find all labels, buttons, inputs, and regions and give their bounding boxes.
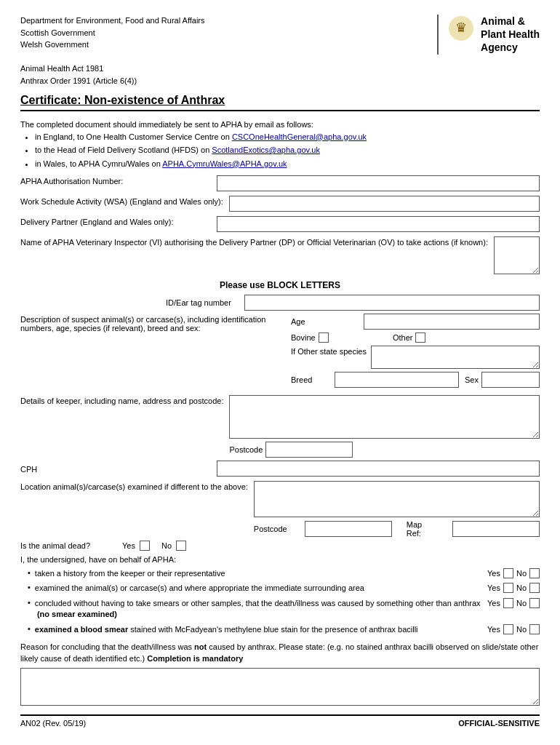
behalf-bullet-3-yn: Yes No [487,598,540,608]
bullet-sym-1: • [28,568,31,577]
sex-label: Sex [465,375,479,384]
email-link-england[interactable]: CSCOneHealthGeneral@apha.gov.uk [232,132,367,141]
dead-no-checkbox[interactable] [176,541,186,551]
other-label: Other [393,333,413,342]
intro-bullets: in England, to One Health Customer Servi… [35,131,540,170]
dead-yes-group: Yes [122,541,150,551]
behalf-bullet-2-yes-label: Yes [487,583,500,592]
age-input[interactable] [364,314,540,330]
agency-name: Animal & Plant Health Agency [481,15,540,55]
behalf-bullet-3-text: concluded without having to take smears … [35,598,487,621]
org-line3: Welsh Government [20,39,205,51]
keeper-postcode-input[interactable] [265,442,353,458]
page-header: Department for Environment, Food and Rur… [20,15,540,87]
bullet-sym-3: • [28,598,31,607]
breed-input[interactable] [335,372,459,388]
other-state-input[interactable] [371,346,540,369]
email-link-scotland[interactable]: ScotlandExotics@apha.gov.uk [212,146,320,154]
location-postcode-input[interactable] [305,521,392,537]
map-ref-label: Map Ref: [407,520,438,538]
age-label: Age [291,317,364,326]
vi-row: Name of APHA Veterinary Inspector (VI) a… [20,236,540,274]
other-checkbox[interactable] [415,332,425,343]
title-section: Certificate: Non-existence of Anthrax [20,94,540,111]
behalf-bullet-3-yes-checkbox[interactable] [503,598,513,608]
behalf-bullet-2-no-checkbox[interactable] [529,583,540,593]
location-postcode-mapref-row: Postcode Map Ref: [254,520,540,538]
delivery-partner-input[interactable] [217,216,540,232]
reason-text-1: Reason for concluding that the death/ill… [20,642,194,651]
location-textarea[interactable] [254,481,540,517]
footer-classification: OFFICIAL-SENSITIVE [458,719,540,728]
svg-text:♛: ♛ [455,20,467,35]
map-ref-input[interactable] [452,521,540,537]
if-other-label: If Other state species [291,346,371,356]
org-line1: Department for Environment, Food and Rur… [20,15,205,27]
behalf-bullet-3: • concluded without having to take smear… [20,598,540,621]
behalf-bullet-2: • examined the animal(s) or carcase(s) a… [20,583,540,594]
behalf-bullet-1-no-label: No [516,569,527,578]
reason-textarea[interactable] [20,668,540,706]
cph-label: CPH [20,463,217,474]
intro-lead: The completed document should immediatel… [20,120,313,129]
bullet-sym-2: • [28,583,31,591]
other-group: Other [393,332,426,343]
id-ear-input[interactable] [244,295,540,311]
species-row: Bovine Other [291,332,540,343]
behalf-bullet-2-yn: Yes No [487,583,540,593]
behalf-bullet-4-no-label: No [516,625,527,634]
footer-ref: AN02 (Rev. 05/19) [20,719,86,728]
behalf-bullet-1-text: taken a history from the keeper or their… [35,568,487,579]
keeper-postcode-label: Postcode [229,445,263,454]
id-ear-row: ID/Ear tag number [20,295,540,311]
wsa-label: Work Schedule Activity (WSA) (England an… [20,196,229,206]
apha-auth-input[interactable] [217,175,540,191]
email-link-wales[interactable]: APHA.CymruWales@APHA.gov.uk [162,159,287,168]
header-org-info: Department for Environment, Food and Rur… [20,15,205,87]
breed-sex-row: Breed Sex [291,372,540,388]
act-line1: Animal Health Act 1981 [20,63,205,75]
footer-bar: AN02 (Rev. 05/19) OFFICIAL-SENSITIVE [20,714,540,728]
bovine-label: Bovine [291,333,316,342]
delivery-partner-label: Delivery Partner (England and Wales only… [20,216,217,226]
keeper-postcode-row: Postcode [229,442,540,458]
behalf-bullet-3-no-label: No [516,599,527,607]
behalf-bullet-3-no-checkbox[interactable] [529,598,540,608]
agency-branding: ♛ Animal & Plant Health Agency [437,15,540,55]
intro-bullet-1: in England, to One Health Customer Servi… [35,131,540,143]
behalf-bullet-2-no-label: No [516,583,527,592]
vi-input[interactable] [494,236,540,274]
org-line2: Scottish Government [20,27,205,39]
keeper-textarea[interactable] [229,395,540,439]
location-label: Location animal(s)/carcase(s) examined i… [20,481,254,538]
bullet-sym-4: • [28,624,31,633]
blood-smear-bold: examined a blood smear [35,625,128,634]
behalf-bullet-4-yn: Yes No [487,624,540,634]
cph-input[interactable] [217,461,540,477]
page-title: Certificate: Non-existence of Anthrax [20,94,540,107]
wsa-row: Work Schedule Activity (WSA) (England an… [20,196,540,212]
intro-bullet-1-text: in England, to One Health Customer Servi… [35,132,232,141]
sex-input[interactable] [481,372,540,388]
intro-bullet-2-text: to the Head of Field Delivery Scotland (… [35,146,212,154]
reason-not: not [194,642,207,651]
behalf-bullet-2-yes-checkbox[interactable] [503,583,513,593]
intro-bullet-2: to the Head of Field Delivery Scotland (… [35,144,540,156]
behalf-bullet-2-text: examined the animal(s) or carcase(s) and… [35,583,487,594]
id-ear-label: ID/Ear tag number [166,298,239,307]
behalf-bullet-4: • examined a blood smear stained with Mc… [20,624,540,635]
dead-yes-checkbox[interactable] [140,541,150,551]
bovine-checkbox[interactable] [319,332,329,343]
dead-no-label: No [161,541,172,550]
behalf-bullet-4-no-checkbox[interactable] [529,624,540,634]
delivery-partner-row: Delivery Partner (England and Wales only… [20,216,540,232]
behalf-bullet-1-yes-checkbox[interactable] [503,568,513,578]
reason-section: Reason for concluding that the death/ill… [20,641,540,707]
behalf-bullet-1: • taken a history from the keeper or the… [20,568,540,579]
wsa-input[interactable] [229,196,540,212]
description-section: Description of suspect animal(s) or carc… [20,314,540,391]
location-right: Postcode Map Ref: [254,481,540,538]
behalf-bullet-4-yes-checkbox[interactable] [503,624,513,634]
behalf-bullet-1-no-checkbox[interactable] [529,568,540,578]
breed-label: Breed [291,375,335,384]
